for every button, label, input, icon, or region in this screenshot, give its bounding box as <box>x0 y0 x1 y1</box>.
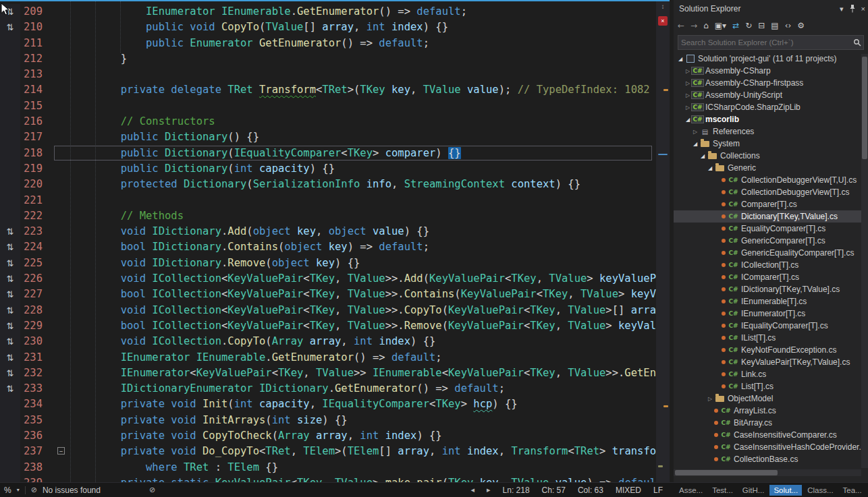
code-line[interactable]: 219 public Dictionary(int capacity) {} <box>0 161 656 177</box>
glyph-margin[interactable] <box>0 36 20 51</box>
code-line[interactable]: ⇅228 void ICollection<KeyValuePair<TKey,… <box>0 303 656 318</box>
glyph-margin[interactable] <box>0 444 20 459</box>
chevron-down-icon[interactable]: ▾ <box>840 5 844 13</box>
tree-item[interactable]: C#List[T].cs <box>674 380 861 392</box>
view-code-icon[interactable]: ‹› <box>785 21 792 30</box>
scrollbar-thumb[interactable] <box>862 57 867 159</box>
implements-glyph-icon[interactable]: ⇅ <box>0 334 20 349</box>
search-box[interactable] <box>678 35 864 50</box>
code-line[interactable]: ⇅210 public void CopyTo(TValue[] array, … <box>0 20 656 35</box>
code-editor[interactable]: ⇅209 IEnumerator IEnumerable.GetEnumerat… <box>0 0 670 482</box>
glyph-margin[interactable] <box>0 428 20 444</box>
fold-margin[interactable]: − <box>54 444 70 459</box>
tree-item[interactable]: ▷▤References <box>674 125 861 138</box>
code-line[interactable]: 235 private void InitArrays(int size) {} <box>0 413 656 428</box>
tree-item[interactable]: ◢C#mscorlib <box>674 113 861 125</box>
glyph-margin[interactable] <box>0 82 20 98</box>
tree-horizontal-scrollbar[interactable] <box>674 469 861 476</box>
implements-glyph-icon[interactable]: ⇅ <box>0 20 20 35</box>
tree-item[interactable]: ▷C#Assembly-UnityScript <box>674 89 861 101</box>
tree-item[interactable]: C#IDictionary[TKey,TValue].cs <box>674 283 861 295</box>
search-icon[interactable] <box>851 38 863 47</box>
col-indicator[interactable]: Col: 63 <box>578 486 603 495</box>
tree-item[interactable]: C#EqualityComparer[T].cs <box>674 223 861 235</box>
tree-item[interactable]: C#CaseInsensitiveComparer.cs <box>674 429 861 441</box>
tree-item[interactable]: ◢Generic <box>674 162 861 174</box>
code-line[interactable]: 211 public Enumerator GetEnumerator() =>… <box>0 36 656 51</box>
tree-item[interactable]: C#ICollection[T].cs <box>674 259 861 271</box>
implements-glyph-icon[interactable]: ⇅ <box>0 271 20 287</box>
glyph-margin[interactable] <box>0 114 20 129</box>
scope-to-icon[interactable]: ▣▾ <box>715 21 726 30</box>
code-line[interactable]: 217 public Dictionary() {} <box>0 129 656 145</box>
tree-item[interactable]: ▷ObjectModel <box>674 392 861 405</box>
code-line[interactable]: ⇅225 void IDictionary.Remove(object key)… <box>0 256 656 271</box>
refresh-icon[interactable]: ↻ <box>745 21 752 30</box>
tree-item[interactable]: ▷C#Assembly-CSharp-firstpass <box>674 77 861 89</box>
tree-item[interactable]: ◢Solution 'project-gui' (11 of 11 projec… <box>674 53 861 65</box>
tree-item[interactable]: C#IEnumerable[T].cs <box>674 295 861 308</box>
solution-tree[interactable]: ◢Solution 'project-gui' (11 of 11 projec… <box>674 53 861 468</box>
tree-item[interactable]: ◢System <box>674 138 861 150</box>
tree-item[interactable]: C#CollectionDebuggerView[T,U].cs <box>674 174 861 186</box>
tree-item[interactable]: ▷C#ICSharpCode.SharpZipLib <box>674 101 861 113</box>
glyph-margin[interactable] <box>0 460 20 475</box>
tree-vertical-scrollbar[interactable] <box>861 54 868 468</box>
implements-glyph-icon[interactable]: ⇅ <box>0 350 20 366</box>
glyph-margin[interactable] <box>0 98 20 114</box>
tree-item[interactable]: C#Comparer[T].cs <box>674 198 861 210</box>
tree-item[interactable]: C#CollectionBase.cs <box>674 453 861 465</box>
sync-active-document-icon[interactable]: ⇄ <box>732 21 739 30</box>
toolwindow-tab[interactable]: Tea... <box>839 485 866 496</box>
code-line[interactable]: ⇅226 void ICollection<KeyValuePair<TKey,… <box>0 271 656 287</box>
tree-item[interactable]: C#CollectionDebuggerView[T].cs <box>674 186 861 198</box>
code-line[interactable]: ⇅233 IDictionaryEnumerator IDictionary.G… <box>0 381 656 397</box>
implements-glyph-icon[interactable]: ⇅ <box>0 4 20 20</box>
tree-item[interactable]: C#KeyValuePair[TKey,TValue].cs <box>674 356 861 368</box>
code-line[interactable]: 222 // Methods <box>0 208 656 224</box>
tree-item[interactable]: C#CaseInsensitiveHashCodeProvider.cs <box>674 441 861 453</box>
collapse-region-icon[interactable]: − <box>57 447 65 455</box>
code-line[interactable]: ⇅231 IEnumerator IEnumerable.GetEnumerat… <box>0 350 656 366</box>
collapse-all-icon[interactable]: ⊟ <box>758 21 765 30</box>
char-indicator[interactable]: Ch: 57 <box>542 486 566 495</box>
tree-item[interactable]: C#IComparer[T].cs <box>674 271 861 283</box>
code-line[interactable]: 236 private void CopyToCheck(Array array… <box>0 428 656 444</box>
glyph-margin[interactable] <box>0 177 20 192</box>
chevron-collapsed-icon[interactable]: ▷ <box>684 80 692 86</box>
eol-indicator[interactable]: LF <box>653 486 663 495</box>
glyph-margin[interactable] <box>0 475 20 482</box>
scrollbar-thumb[interactable] <box>675 470 778 475</box>
implements-glyph-icon[interactable]: ⇅ <box>0 287 20 302</box>
code-line[interactable]: 220 protected Dictionary(SerializationIn… <box>0 177 656 192</box>
glyph-margin[interactable] <box>0 129 20 145</box>
glyph-margin[interactable] <box>0 67 20 82</box>
glyph-margin[interactable] <box>0 397 20 412</box>
toolwindow-tab[interactable]: GitH... <box>738 485 769 496</box>
code-line[interactable]: 212 } <box>0 51 656 67</box>
glyph-margin[interactable] <box>0 51 20 67</box>
line-indicator[interactable]: Ln: 218 <box>503 486 530 495</box>
code-line[interactable]: ⇅230 void ICollection.CopyTo(Array array… <box>0 334 656 349</box>
toolwindow-tab[interactable]: Asse... <box>675 485 707 496</box>
nav-back-icon[interactable]: ← <box>678 21 684 30</box>
implements-glyph-icon[interactable]: ⇅ <box>0 366 20 381</box>
split-grip-icon[interactable]: ↕ <box>656 3 670 10</box>
chevron-expanded-icon[interactable]: ◢ <box>676 56 684 62</box>
code-line[interactable]: 221 <box>0 193 656 208</box>
tree-item[interactable]: C#BitArray.cs <box>674 417 861 429</box>
code-line[interactable]: 213 <box>0 67 656 82</box>
properties-icon[interactable]: ⚙ <box>797 21 805 30</box>
chevron-expanded-icon[interactable]: ◢ <box>691 141 699 147</box>
encoding-indicator[interactable]: MIXED <box>616 486 641 495</box>
code-lines[interactable]: ⇅209 IEnumerator IEnumerable.GetEnumerat… <box>0 1 656 482</box>
tree-item[interactable]: ◢Collections <box>674 150 861 162</box>
next-issue-icon[interactable]: ▸ <box>487 486 491 494</box>
close-icon[interactable]: × <box>861 5 865 13</box>
code-line[interactable]: ⇅223 void IDictionary.Add(object key, ob… <box>0 224 656 239</box>
notifications-muted-icon[interactable]: ⊘ <box>149 486 155 494</box>
code-line[interactable]: ⇅209 IEnumerator IEnumerable.GetEnumerat… <box>0 4 656 20</box>
tree-item[interactable]: C#GenericEqualityComparer[T].cs <box>674 247 861 259</box>
chevron-collapsed-icon[interactable]: ▷ <box>684 105 692 111</box>
code-line[interactable]: ⇅229 bool ICollection<KeyValuePair<TKey,… <box>0 318 656 334</box>
